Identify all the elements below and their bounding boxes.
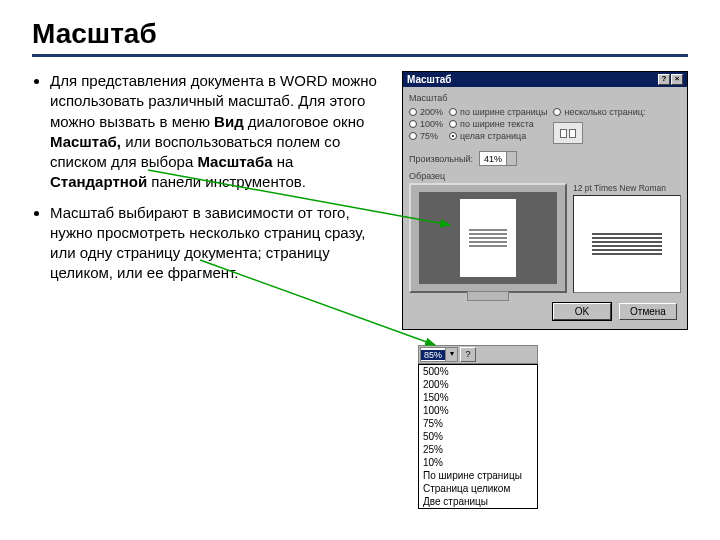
zoom-combo[interactable]: 85% ▾: [420, 347, 458, 362]
title-rule: [32, 54, 688, 57]
zoom-combo-value: 85%: [421, 350, 445, 360]
cancel-button[interactable]: Отмена: [619, 303, 677, 320]
radio-wholepage[interactable]: целая страница: [449, 131, 547, 141]
list-item[interactable]: 150%: [419, 391, 537, 404]
group-label: Масштаб: [409, 93, 681, 103]
bullet-list: Для представления документа в WORD можно…: [32, 71, 392, 284]
list-item[interactable]: 50%: [419, 430, 537, 443]
arbitrary-spinner[interactable]: 41%: [479, 151, 517, 166]
list-item[interactable]: 500%: [419, 365, 537, 378]
list-item[interactable]: По ширине страницы: [419, 469, 537, 482]
help-button[interactable]: ?: [658, 74, 670, 85]
chevron-down-icon[interactable]: ▾: [445, 348, 457, 361]
radio-100[interactable]: 100%: [409, 119, 443, 129]
zoom-toolbar: 85% ▾ ?: [418, 345, 538, 364]
help-icon[interactable]: ?: [460, 347, 476, 362]
preview-monitor-icon: [409, 183, 567, 293]
list-item[interactable]: 10%: [419, 456, 537, 469]
radio-200[interactable]: 200%: [409, 107, 443, 117]
radio-manypages[interactable]: несколько страниц:: [553, 107, 645, 117]
sample-text-box: [573, 195, 681, 293]
zoom-dialog: Масштаб ? × Масштаб 200% 100% 75%: [402, 71, 688, 330]
bullet-1: Для представления документа в WORD можно…: [50, 71, 392, 193]
close-button[interactable]: ×: [671, 74, 683, 85]
zoom-pct-options: 200% 100% 75%: [409, 107, 443, 144]
arbitrary-label: Произвольный:: [409, 154, 473, 164]
list-item[interactable]: 200%: [419, 378, 537, 391]
list-item[interactable]: 25%: [419, 443, 537, 456]
list-item[interactable]: Две страницы: [419, 495, 537, 508]
sample-group-label: Образец: [409, 171, 681, 181]
radio-75[interactable]: 75%: [409, 131, 443, 141]
zoom-fit-options: по ширине страницы по ширине текста цела…: [449, 107, 547, 144]
slide-title: Масштаб: [32, 18, 688, 50]
radio-pagewidth[interactable]: по ширине страницы: [449, 107, 547, 117]
text-column: Для представления документа в WORD можно…: [32, 71, 392, 330]
ok-button[interactable]: OK: [553, 303, 611, 320]
list-item[interactable]: 100%: [419, 404, 537, 417]
arbitrary-value: 41%: [480, 154, 506, 164]
dialog-title: Масштаб: [407, 74, 452, 85]
dialog-titlebar: Масштаб ? ×: [403, 72, 687, 87]
bullet-2: Масштаб выбирают в зависимости от того, …: [50, 203, 392, 284]
zoom-dropdown-list[interactable]: 500% 200% 150% 100% 75% 50% 25% 10% По ш…: [418, 364, 538, 509]
radio-textwidth[interactable]: по ширине текста: [449, 119, 547, 129]
list-item[interactable]: Страница целиком: [419, 482, 537, 495]
multipage-icon[interactable]: [553, 122, 583, 144]
sample-font-label: 12 pt Times New Roman: [573, 183, 681, 193]
list-item[interactable]: 75%: [419, 417, 537, 430]
